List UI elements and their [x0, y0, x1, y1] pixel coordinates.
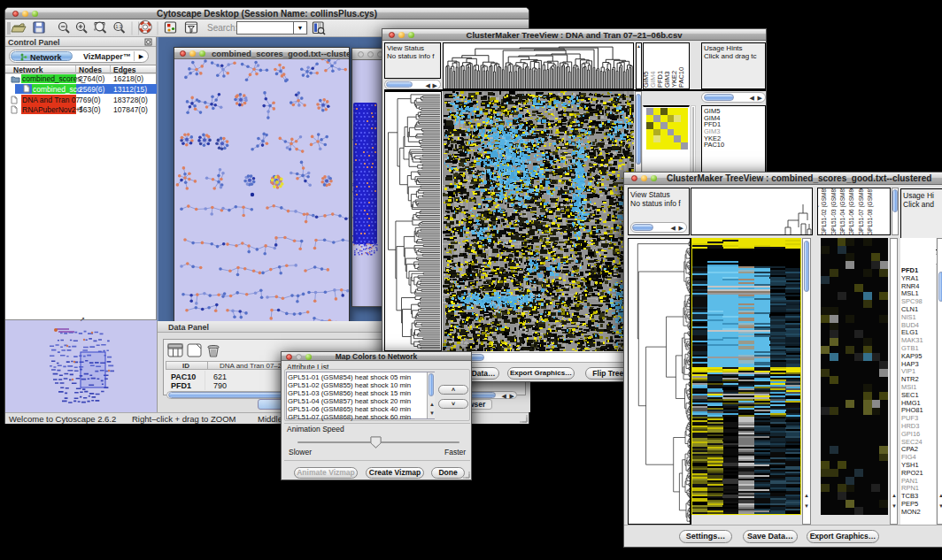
svg-text:1:1: 1:1 — [116, 24, 122, 29]
